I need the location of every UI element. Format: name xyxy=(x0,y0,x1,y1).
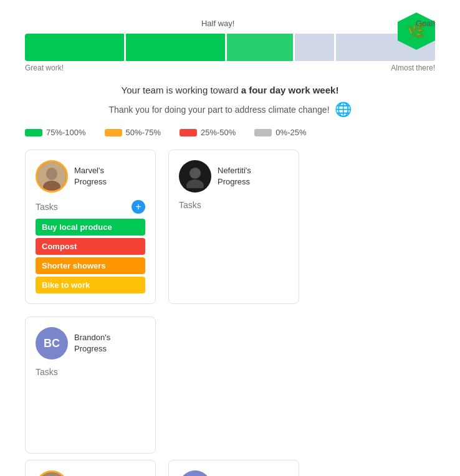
logo: 🌿 xyxy=(398,12,435,50)
card-kai: KT Kai's Progress Tasks xyxy=(168,460,299,476)
tasks-header-nefertiti: Tasks xyxy=(179,200,289,210)
legend-label-gray: 0%-25% xyxy=(276,128,306,137)
task-bike-to-work[interactable]: Bike to work xyxy=(36,277,145,293)
cards-grid-row2: Briana's Progress Tasks KT Kai's Progres… xyxy=(25,460,435,476)
progress-seg-1 xyxy=(25,34,124,61)
globe-icon: 🌐 xyxy=(335,102,352,118)
great-work-label: Great work! xyxy=(25,64,64,72)
progress-seg-4 xyxy=(295,34,335,61)
svg-point-5 xyxy=(37,472,66,476)
legend-label-red: 25%-50% xyxy=(201,128,236,137)
legend-color-orange xyxy=(105,129,122,136)
progress-seg-2 xyxy=(126,34,225,61)
card-nefertiti: Nefertiti's Progress Tasks xyxy=(168,150,299,304)
team-goal-text: a four day work week! xyxy=(241,85,339,95)
card-name-marvel: Marvel's Progress xyxy=(74,165,107,188)
legend-color-green xyxy=(25,129,42,136)
legend-item-gray: 0%-25% xyxy=(254,128,306,137)
legend-label-green: 75%-100% xyxy=(46,128,86,137)
progress-section: Half way! Goal! Great work! Almost there… xyxy=(25,19,435,72)
card-name-brandon: Brandon's Progress xyxy=(74,332,110,355)
task-buy-local-produce[interactable]: Buy local produce xyxy=(36,219,145,236)
tasks-header-brandon: Tasks xyxy=(36,367,145,377)
svg-point-3 xyxy=(189,168,201,179)
task-shorter-showers[interactable]: Shorter showers xyxy=(36,257,145,274)
task-compost[interactable]: Compost xyxy=(36,238,145,255)
avatar-kai: KT xyxy=(179,470,211,476)
team-working-text: Your team is working toward xyxy=(122,85,241,95)
progress-seg-3 xyxy=(227,34,293,61)
card-brandon: BC Brandon's Progress Tasks xyxy=(25,317,156,454)
legend-color-red xyxy=(180,129,197,136)
top-labels: Half way! Goal! xyxy=(25,19,435,31)
task-list-marvel: Buy local produce Compost Shorter shower… xyxy=(36,219,145,293)
add-task-button-marvel[interactable]: + xyxy=(132,200,145,214)
climate-text: Thank you for doing your part to address… xyxy=(108,105,329,115)
tasks-label-marvel: Tasks xyxy=(36,202,58,212)
legend-item-green: 75%-100% xyxy=(25,128,86,137)
card-marvel: Marvel's Progress Tasks + Buy local prod… xyxy=(25,150,156,304)
legend-item-orange: 50%-75% xyxy=(105,128,161,137)
legend-item-red: 25%-50% xyxy=(180,128,236,137)
legend: 75%-100% 50%-75% 25%-50% 0%-25% xyxy=(25,128,435,137)
halfway-label: Half way! xyxy=(201,19,234,28)
climate-message: Thank you for doing your part to address… xyxy=(25,102,435,118)
avatar-briana xyxy=(36,470,68,476)
app-container: 🌿 Half way! Goal! Great work! Almost the… xyxy=(0,0,460,476)
card-header-brandon: BC Brandon's Progress xyxy=(36,327,145,359)
legend-label-orange: 50%-75% xyxy=(126,128,161,137)
goal-label: Goal! xyxy=(416,19,435,28)
card-name-nefertiti: Nefertiti's Progress xyxy=(218,165,251,188)
avatar-brandon: BC xyxy=(36,327,68,359)
team-message: Your team is working toward a four day w… xyxy=(25,85,435,95)
avatar-nefertiti xyxy=(179,160,211,193)
hex-shape: 🌿 xyxy=(398,12,435,50)
tasks-label-nefertiti: Tasks xyxy=(179,200,201,210)
card-header-kai: KT Kai's Progress xyxy=(179,470,289,476)
card-header-nefertiti: Nefertiti's Progress xyxy=(179,160,289,193)
card-header-marvel: Marvel's Progress xyxy=(36,160,145,193)
card-briana: Briana's Progress Tasks xyxy=(25,460,156,476)
legend-color-gray xyxy=(254,129,272,136)
avatar-marvel-svg xyxy=(37,162,66,191)
avatar-briana-svg xyxy=(37,472,66,476)
bottom-labels: Great work! Almost there! xyxy=(25,64,435,72)
tasks-label-brandon: Tasks xyxy=(36,367,58,377)
cards-grid-row1: Marvel's Progress Tasks + Buy local prod… xyxy=(25,150,435,454)
avatar-nefertiti-svg xyxy=(183,164,207,188)
avatar-initials-brandon: BC xyxy=(44,337,60,350)
tasks-header-marvel: Tasks + xyxy=(36,200,145,214)
card-header-briana: Briana's Progress xyxy=(36,470,145,476)
svg-point-4 xyxy=(186,179,204,188)
avatar-marvel xyxy=(36,160,68,193)
svg-point-1 xyxy=(46,168,57,180)
almost-there-label: Almost there! xyxy=(391,64,435,72)
progress-bar xyxy=(25,34,435,61)
